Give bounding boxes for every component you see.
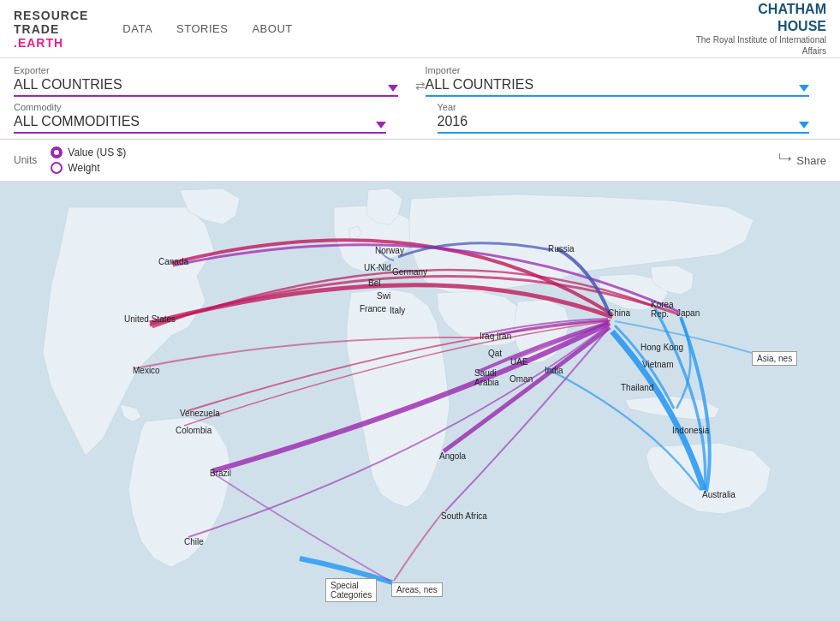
importer-selector[interactable]: ALL COUNTRIES (426, 77, 810, 97)
nav-data[interactable]: DATA (122, 22, 152, 35)
commodity-dropdown-arrow (376, 122, 386, 128)
importer-dropdown-arrow (799, 85, 809, 92)
radio-weight[interactable]: Weight (51, 162, 126, 174)
nav-about[interactable]: ABOUT (252, 22, 292, 35)
importer-value: ALL COUNTRIES (426, 77, 810, 93)
radio-value-circle (51, 146, 63, 158)
year-selector[interactable]: 2016 (438, 114, 810, 134)
logo-line3: .EARTH (14, 36, 88, 50)
spacer (403, 102, 438, 134)
exporter-dropdown-arrow (388, 85, 398, 92)
bottom-filter-row: Commodity ALL COMMODITIES Year 2016 (14, 102, 826, 134)
main-nav: DATA STORIES ABOUT (122, 22, 689, 35)
exporter-value: ALL COUNTRIES (14, 77, 398, 93)
exporter-group: Exporter ALL COUNTRIES (14, 65, 415, 97)
chatham-name: CHATHAMHOUSE (689, 1, 826, 33)
share-button[interactable]: ⮡ Share (778, 152, 826, 168)
share-label: Share (796, 154, 826, 167)
radio-value-label: Value (US $) (68, 146, 126, 158)
commodity-group: Commodity ALL COMMODITIES (14, 102, 403, 134)
logo: RESOURCE TRADE .EARTH (14, 9, 88, 50)
commodity-label: Commodity (14, 102, 386, 112)
country-label-asia-nes: Asia, nes (752, 351, 797, 366)
units-radio-group: Value (US $) Weight (51, 146, 126, 174)
units-label: Units (14, 154, 37, 166)
commodity-selector[interactable]: ALL COMMODITIES (14, 114, 386, 134)
chatham-subtitle: The Royal Institute of International Aff… (689, 34, 826, 57)
radio-value-inner (54, 150, 59, 155)
units-row: Units Value (US $) Weight ⮡ Share (0, 140, 840, 182)
year-value: 2016 (438, 114, 810, 129)
radio-value[interactable]: Value (US $) (51, 146, 126, 158)
world-map-container: CanadaUnited StatesMexicoVenezuelaColomb… (0, 182, 840, 621)
exporter-selector[interactable]: ALL COUNTRIES (14, 77, 398, 97)
share-icon: ⮡ (778, 152, 792, 168)
world-map-svg (0, 182, 840, 621)
year-dropdown-arrow (799, 122, 809, 128)
country-label-areas-nes: Areas, nes (391, 582, 443, 597)
year-group: Year 2016 (438, 102, 827, 134)
importer-label: Importer (426, 65, 810, 75)
country-label-special-categories: SpecialCategories (325, 578, 377, 602)
radio-weight-label: Weight (68, 162, 99, 174)
exporter-label: Exporter (14, 65, 398, 75)
logo-line1: RESOURCE (14, 9, 88, 22)
swap-icon[interactable]: ⇄ (415, 79, 426, 93)
commodity-value: ALL COMMODITIES (14, 114, 386, 129)
swap-divider: ⇄ (415, 65, 426, 97)
importer-group: Importer ALL COUNTRIES (426, 65, 827, 97)
top-filter-row: Exporter ALL COUNTRIES ⇄ Importer ALL CO… (14, 65, 826, 97)
header: RESOURCE TRADE .EARTH DATA STORIES ABOUT… (0, 0, 840, 58)
chatham-house-logo: CHATHAMHOUSE The Royal Institute of Inte… (689, 1, 826, 56)
radio-weight-circle (51, 162, 63, 174)
filter-controls: Exporter ALL COUNTRIES ⇄ Importer ALL CO… (0, 58, 840, 140)
year-label: Year (438, 102, 810, 112)
nav-stories[interactable]: STORIES (176, 22, 228, 35)
logo-line2: TRADE (14, 22, 88, 36)
